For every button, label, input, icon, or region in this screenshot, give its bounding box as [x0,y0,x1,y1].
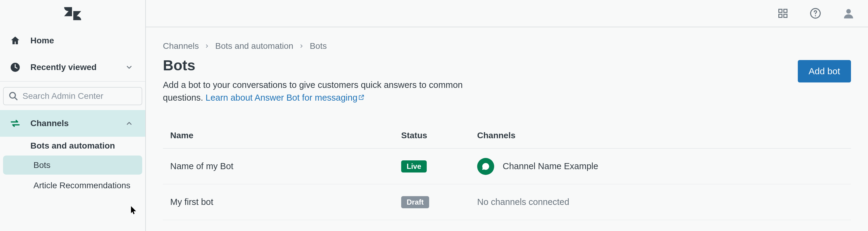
messaging-channel-icon [477,158,494,175]
sidebar-search-wrap [0,82,145,110]
learn-more-link[interactable]: Learn about Answer Bot for messaging [206,93,365,103]
sidebar-home-label: Home [30,36,54,45]
svg-point-8 [815,15,816,16]
bot-name-cell: Name of my Bot [170,161,401,171]
chevron-right-icon [204,43,210,49]
topbar [146,0,868,27]
sidebar-item-home[interactable]: Home [0,27,145,54]
table-header-row: Name Status Channels [163,123,851,149]
clock-icon [9,61,21,73]
help-icon[interactable] [810,8,821,19]
col-header-name: Name [170,131,401,140]
add-bot-button[interactable]: Add bot [798,60,851,82]
sidebar-recent-label: Recently viewed [30,63,97,72]
sidebar-subitem-article-recommendations[interactable]: Article Recommendations [3,176,142,195]
table-row[interactable]: My first bot Draft No channels connected [163,184,851,220]
breadcrumb-link[interactable]: Bots and automation [215,41,293,51]
col-header-status: Status [401,131,477,140]
sidebar: Home Recently viewed Channel [0,0,146,231]
breadcrumb: Channels Bots and automation Bots [163,41,851,51]
sidebar-channels-label: Channels [30,119,69,128]
home-icon [9,35,21,47]
svg-rect-4 [784,9,787,13]
bot-status-cell: Draft [401,196,477,208]
zendesk-logo-icon [64,7,81,20]
breadcrumb-link[interactable]: Channels [163,41,199,51]
bots-table: Name Status Channels Name of my Bot Live… [163,123,851,220]
page-title: Bots [163,57,786,74]
brand-logo-row [0,0,145,27]
no-channels-text: No channels connected [477,197,569,207]
breadcrumb-current: Bots [310,41,327,51]
sidebar-group-bots-automation[interactable]: Bots and automation [0,137,145,155]
sidebar-search[interactable] [3,87,142,105]
table-row[interactable]: Name of my Bot Live Channel Name Example [163,149,851,184]
chevron-down-icon [125,63,133,71]
page-content: Channels Bots and automation Bots Bots A… [146,27,868,220]
channel-name: Channel Name Example [503,161,598,171]
sidebar-subitem-bots[interactable]: Bots [3,156,142,175]
main-area: Channels Bots and automation Bots Bots A… [146,0,868,231]
profile-icon[interactable] [842,7,855,20]
sidebar-divider [0,81,145,82]
svg-point-9 [846,9,851,14]
chevron-up-icon [125,119,133,127]
search-input[interactable] [23,91,137,101]
col-header-channels: Channels [477,131,844,140]
swap-horizontal-icon [9,117,21,129]
sidebar-item-recently-viewed[interactable]: Recently viewed [0,54,145,81]
svg-rect-3 [779,9,782,13]
svg-rect-6 [784,14,787,17]
external-link-icon [358,92,365,103]
status-badge: Live [401,160,427,172]
bot-name-cell: My first bot [170,197,401,207]
search-icon [8,91,18,101]
sidebar-item-channels[interactable]: Channels [0,110,145,137]
status-badge: Draft [401,196,429,208]
page-description: Add a bot to your conversations to give … [163,79,482,104]
bot-channels-cell: No channels connected [477,197,844,207]
svg-rect-5 [779,14,782,17]
bot-channels-cell: Channel Name Example [477,158,844,175]
apps-grid-icon[interactable] [777,8,788,19]
svg-line-2 [14,97,17,100]
chevron-right-icon [299,43,304,49]
bot-status-cell: Live [401,160,477,172]
